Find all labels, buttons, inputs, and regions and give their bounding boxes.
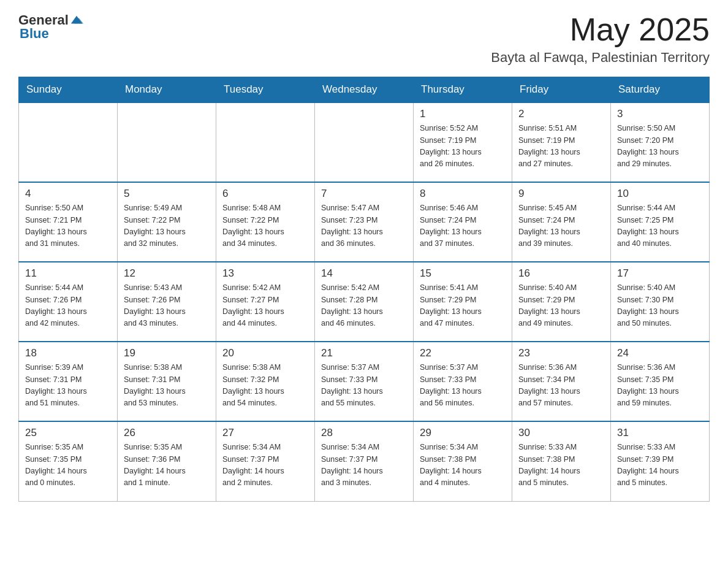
calendar-cell: 14Sunrise: 5:42 AMSunset: 7:28 PMDayligh… xyxy=(315,262,414,342)
day-info: Sunrise: 5:34 AMSunset: 7:38 PMDaylight:… xyxy=(420,442,506,489)
calendar-cell: 11Sunrise: 5:44 AMSunset: 7:26 PMDayligh… xyxy=(19,262,118,342)
day-number: 21 xyxy=(321,347,407,359)
day-number: 3 xyxy=(617,108,703,120)
calendar-cell: 13Sunrise: 5:42 AMSunset: 7:27 PMDayligh… xyxy=(216,262,315,342)
day-info: Sunrise: 5:39 AMSunset: 7:31 PMDaylight:… xyxy=(25,362,111,410)
day-number: 20 xyxy=(222,347,308,359)
calendar-cell: 2Sunrise: 5:51 AMSunset: 7:19 PMDaylight… xyxy=(512,102,611,182)
day-number: 7 xyxy=(321,188,407,200)
day-info: Sunrise: 5:38 AMSunset: 7:32 PMDaylight:… xyxy=(222,362,308,410)
day-number: 25 xyxy=(25,427,111,439)
day-info: Sunrise: 5:38 AMSunset: 7:31 PMDaylight:… xyxy=(124,362,210,410)
calendar-cell: 15Sunrise: 5:41 AMSunset: 7:29 PMDayligh… xyxy=(414,262,512,342)
day-info: Sunrise: 5:35 AMSunset: 7:35 PMDaylight:… xyxy=(25,442,111,489)
calendar-cell: 24Sunrise: 5:36 AMSunset: 7:35 PMDayligh… xyxy=(611,342,710,421)
calendar-cell: 5Sunrise: 5:49 AMSunset: 7:22 PMDaylight… xyxy=(118,182,216,262)
day-number: 14 xyxy=(321,267,407,280)
day-number: 17 xyxy=(617,267,703,280)
day-number: 10 xyxy=(617,188,703,200)
calendar-cell: 7Sunrise: 5:47 AMSunset: 7:23 PMDaylight… xyxy=(315,182,414,262)
day-info: Sunrise: 5:52 AMSunset: 7:19 PMDaylight:… xyxy=(420,123,506,170)
day-number: 13 xyxy=(222,267,308,280)
title-block: May 2025 Bayta al Fawqa, Palestinian Ter… xyxy=(491,12,710,66)
day-number: 26 xyxy=(124,427,210,439)
weekday-header-saturday: Saturday xyxy=(611,77,710,103)
calendar-cell xyxy=(216,102,315,182)
weekday-header-sunday: Sunday xyxy=(19,77,118,103)
logo: General Blue xyxy=(18,12,83,42)
calendar-cell: 8Sunrise: 5:46 AMSunset: 7:24 PMDaylight… xyxy=(414,182,512,262)
calendar-cell xyxy=(118,102,216,182)
weekday-header-wednesday: Wednesday xyxy=(315,77,414,103)
calendar-cell: 3Sunrise: 5:50 AMSunset: 7:20 PMDaylight… xyxy=(611,102,710,182)
calendar-cell: 4Sunrise: 5:50 AMSunset: 7:21 PMDaylight… xyxy=(19,182,118,262)
weekday-header-tuesday: Tuesday xyxy=(216,77,315,103)
day-number: 2 xyxy=(518,108,604,120)
week-row-2: 4Sunrise: 5:50 AMSunset: 7:21 PMDaylight… xyxy=(19,182,710,262)
calendar-cell: 18Sunrise: 5:39 AMSunset: 7:31 PMDayligh… xyxy=(19,342,118,421)
calendar-cell: 17Sunrise: 5:40 AMSunset: 7:30 PMDayligh… xyxy=(611,262,710,342)
day-info: Sunrise: 5:42 AMSunset: 7:27 PMDaylight:… xyxy=(222,282,308,330)
calendar-cell: 12Sunrise: 5:43 AMSunset: 7:26 PMDayligh… xyxy=(118,262,216,342)
calendar-cell: 26Sunrise: 5:35 AMSunset: 7:36 PMDayligh… xyxy=(118,421,216,501)
day-number: 9 xyxy=(518,188,604,200)
day-number: 28 xyxy=(321,427,407,439)
weekday-header-monday: Monday xyxy=(118,77,216,103)
day-number: 27 xyxy=(222,427,308,439)
calendar-cell: 6Sunrise: 5:48 AMSunset: 7:22 PMDaylight… xyxy=(216,182,315,262)
calendar-cell: 19Sunrise: 5:38 AMSunset: 7:31 PMDayligh… xyxy=(118,342,216,421)
weekday-header-row: SundayMondayTuesdayWednesdayThursdayFrid… xyxy=(19,77,710,103)
calendar-cell: 9Sunrise: 5:45 AMSunset: 7:24 PMDaylight… xyxy=(512,182,611,262)
day-number: 22 xyxy=(420,347,506,359)
week-row-1: 1Sunrise: 5:52 AMSunset: 7:19 PMDaylight… xyxy=(19,102,710,182)
location-title: Bayta al Fawqa, Palestinian Territory xyxy=(491,50,710,66)
day-info: Sunrise: 5:50 AMSunset: 7:21 PMDaylight:… xyxy=(25,202,111,250)
day-number: 30 xyxy=(518,427,604,439)
day-number: 16 xyxy=(518,267,604,280)
day-info: Sunrise: 5:34 AMSunset: 7:37 PMDaylight:… xyxy=(321,442,407,489)
day-info: Sunrise: 5:43 AMSunset: 7:26 PMDaylight:… xyxy=(124,282,210,330)
calendar-cell: 31Sunrise: 5:33 AMSunset: 7:39 PMDayligh… xyxy=(611,421,710,501)
day-number: 8 xyxy=(420,188,506,200)
day-number: 12 xyxy=(124,267,210,280)
day-info: Sunrise: 5:48 AMSunset: 7:22 PMDaylight:… xyxy=(222,202,308,250)
day-info: Sunrise: 5:33 AMSunset: 7:38 PMDaylight:… xyxy=(518,442,604,489)
calendar-cell: 23Sunrise: 5:36 AMSunset: 7:34 PMDayligh… xyxy=(512,342,611,421)
day-number: 15 xyxy=(420,267,506,280)
calendar-cell: 29Sunrise: 5:34 AMSunset: 7:38 PMDayligh… xyxy=(414,421,512,501)
week-row-4: 18Sunrise: 5:39 AMSunset: 7:31 PMDayligh… xyxy=(19,342,710,421)
day-number: 6 xyxy=(222,188,308,200)
calendar-cell: 10Sunrise: 5:44 AMSunset: 7:25 PMDayligh… xyxy=(611,182,710,262)
calendar-cell: 28Sunrise: 5:34 AMSunset: 7:37 PMDayligh… xyxy=(315,421,414,501)
calendar-cell xyxy=(315,102,414,182)
day-info: Sunrise: 5:42 AMSunset: 7:28 PMDaylight:… xyxy=(321,282,407,330)
day-info: Sunrise: 5:36 AMSunset: 7:35 PMDaylight:… xyxy=(617,362,703,410)
day-number: 4 xyxy=(25,188,111,200)
day-info: Sunrise: 5:49 AMSunset: 7:22 PMDaylight:… xyxy=(124,202,210,250)
calendar-cell: 21Sunrise: 5:37 AMSunset: 7:33 PMDayligh… xyxy=(315,342,414,421)
day-info: Sunrise: 5:40 AMSunset: 7:29 PMDaylight:… xyxy=(518,282,604,330)
day-number: 18 xyxy=(25,347,111,359)
calendar-cell: 16Sunrise: 5:40 AMSunset: 7:29 PMDayligh… xyxy=(512,262,611,342)
day-info: Sunrise: 5:51 AMSunset: 7:19 PMDaylight:… xyxy=(518,123,604,170)
month-title: May 2025 xyxy=(491,12,710,47)
day-info: Sunrise: 5:37 AMSunset: 7:33 PMDaylight:… xyxy=(420,362,506,410)
day-info: Sunrise: 5:45 AMSunset: 7:24 PMDaylight:… xyxy=(518,202,604,250)
day-info: Sunrise: 5:47 AMSunset: 7:23 PMDaylight:… xyxy=(321,202,407,250)
logo-text-blue: Blue xyxy=(20,26,49,42)
day-number: 29 xyxy=(420,427,506,439)
day-info: Sunrise: 5:41 AMSunset: 7:29 PMDaylight:… xyxy=(420,282,506,330)
day-number: 5 xyxy=(124,188,210,200)
day-number: 11 xyxy=(25,267,111,280)
day-info: Sunrise: 5:34 AMSunset: 7:37 PMDaylight:… xyxy=(222,442,308,489)
day-info: Sunrise: 5:36 AMSunset: 7:34 PMDaylight:… xyxy=(518,362,604,410)
calendar-cell: 25Sunrise: 5:35 AMSunset: 7:35 PMDayligh… xyxy=(19,421,118,501)
calendar-cell: 20Sunrise: 5:38 AMSunset: 7:32 PMDayligh… xyxy=(216,342,315,421)
day-info: Sunrise: 5:44 AMSunset: 7:25 PMDaylight:… xyxy=(617,202,703,250)
weekday-header-thursday: Thursday xyxy=(414,77,512,103)
calendar-cell: 30Sunrise: 5:33 AMSunset: 7:38 PMDayligh… xyxy=(512,421,611,501)
logo-icon xyxy=(70,13,83,27)
week-row-3: 11Sunrise: 5:44 AMSunset: 7:26 PMDayligh… xyxy=(19,262,710,342)
day-number: 1 xyxy=(420,108,506,120)
day-info: Sunrise: 5:46 AMSunset: 7:24 PMDaylight:… xyxy=(420,202,506,250)
